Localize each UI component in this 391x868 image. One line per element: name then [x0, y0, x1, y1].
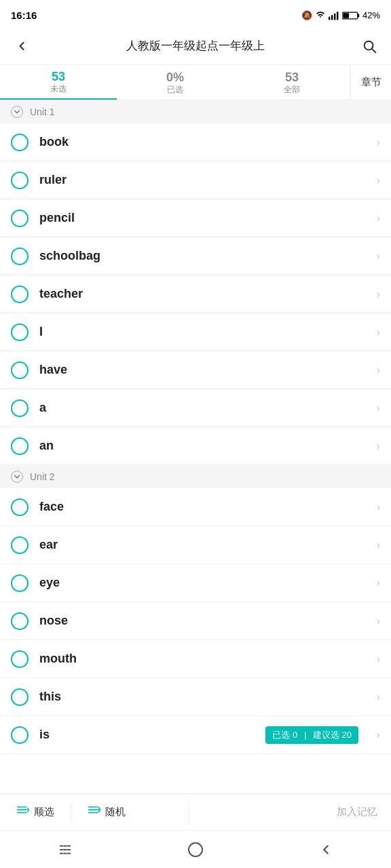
chevron-right-icon: ›	[377, 615, 380, 627]
checkbox-nose[interactable]	[11, 612, 29, 630]
word-schoolbag: schoolbag	[39, 249, 377, 263]
list-item[interactable]: have ›	[0, 351, 391, 389]
unit2-section-header: Unit 2	[0, 465, 391, 488]
back-button[interactable]	[11, 35, 33, 57]
list-item[interactable]: mouth ›	[0, 640, 391, 678]
list-item[interactable]: ruler ›	[0, 161, 391, 199]
checkbox-i[interactable]	[11, 323, 29, 341]
word-face: face	[39, 500, 377, 514]
checkbox-pencil[interactable]	[11, 210, 29, 227]
list-item[interactable]: I ›	[0, 313, 391, 351]
wifi-icon	[315, 9, 326, 20]
list-item[interactable]: nose ›	[0, 602, 391, 640]
sequential-button[interactable]: 顺选	[0, 794, 71, 831]
selection-badge: 已选 0 | 建议选 20	[265, 726, 358, 744]
status-icons: 🔕 42%	[301, 9, 380, 20]
checkbox-teacher[interactable]	[11, 285, 29, 303]
random-button[interactable]: 随机	[71, 794, 142, 831]
svg-line-8	[372, 49, 375, 52]
unit2-label: Unit 2	[30, 471, 55, 482]
battery-percent: 42%	[362, 10, 380, 20]
signal-icon	[329, 9, 339, 20]
chevron-right-icon: ›	[377, 691, 380, 703]
sequential-label: 顺选	[34, 806, 54, 818]
chevron-right-icon: ›	[377, 174, 380, 186]
tab-all[interactable]: 53 全部	[234, 65, 350, 100]
checkbox-a[interactable]	[11, 399, 29, 417]
list-item[interactable]: ear ›	[0, 526, 391, 564]
checkbox-mouth[interactable]	[11, 650, 29, 668]
tabs: 53 未选 0% 已选 53 全部 章节	[0, 65, 391, 100]
selected-count: 已选 0	[272, 730, 297, 740]
unit1-collapse-icon[interactable]	[11, 106, 23, 118]
word-ruler: ruler	[39, 173, 377, 187]
tab-all-count: 53	[285, 71, 299, 85]
toolbar-left: 顺选 随机	[0, 794, 189, 831]
chevron-right-icon: ›	[377, 288, 380, 300]
svg-rect-3	[337, 12, 338, 20]
tab-unselected[interactable]: 53 未选	[0, 65, 117, 100]
unit1-label: Unit 1	[30, 106, 55, 117]
checkbox-eye[interactable]	[11, 574, 29, 592]
checkbox-schoolbag[interactable]	[11, 248, 29, 265]
svg-point-24	[189, 843, 202, 856]
page-title: 人教版一年级起点一年级上	[33, 38, 358, 54]
word-nose: nose	[39, 614, 377, 628]
status-bar: 16:16 🔕 42%	[0, 0, 391, 27]
nav-home-button[interactable]	[175, 831, 216, 869]
unit2-collapse-icon[interactable]	[11, 471, 23, 483]
battery-icon	[342, 9, 360, 20]
chevron-right-icon: ›	[377, 653, 380, 665]
chevron-right-icon: ›	[377, 729, 380, 741]
tab-selected-count: 0%	[166, 71, 184, 85]
checkbox-is[interactable]	[11, 726, 29, 744]
add-memory-button[interactable]: 加入记忆	[337, 806, 377, 818]
tab-chapter-label: 章节	[361, 76, 381, 89]
word-pencil: pencil	[39, 211, 377, 225]
checkbox-an[interactable]	[11, 437, 29, 455]
chevron-right-icon: ›	[377, 250, 380, 262]
chevron-right-icon: ›	[377, 501, 380, 513]
tab-chapter[interactable]: 章节	[350, 65, 391, 100]
list-item[interactable]: schoolbag ›	[0, 237, 391, 275]
word-ear: ear	[39, 538, 377, 552]
svg-rect-2	[334, 14, 335, 20]
toolbar-right: 加入记忆	[189, 806, 392, 818]
list-item[interactable]: a ›	[0, 389, 391, 427]
list-item[interactable]: teacher ›	[0, 275, 391, 313]
tab-selected[interactable]: 0% 已选	[117, 65, 234, 100]
unit1-section-header: Unit 1	[0, 100, 391, 123]
word-an: an	[39, 439, 377, 453]
word-a: a	[39, 401, 377, 415]
list-item[interactable]: eye ›	[0, 564, 391, 602]
list-item[interactable]: pencil ›	[0, 199, 391, 237]
word-this: this	[39, 690, 377, 704]
list-item[interactable]: an ›	[0, 427, 391, 465]
notification-icon: 🔕	[301, 10, 312, 20]
list-item[interactable]: face ›	[0, 488, 391, 526]
chevron-right-icon: ›	[377, 402, 380, 414]
word-have: have	[39, 363, 377, 377]
word-list: Unit 1 book › ruler › pencil › schoolbag…	[0, 100, 391, 754]
random-label: 随机	[105, 806, 126, 818]
nav-menu-button[interactable]	[45, 831, 86, 869]
list-item[interactable]: this ›	[0, 678, 391, 716]
suggestion-text: 建议选 20	[313, 730, 352, 740]
checkbox-have[interactable]	[11, 361, 29, 379]
checkbox-ruler[interactable]	[11, 172, 29, 189]
tab-unselected-label: 未选	[50, 84, 67, 94]
chevron-right-icon: ›	[377, 326, 380, 338]
nav-bar	[0, 830, 391, 868]
checkbox-book[interactable]	[11, 134, 29, 151]
checkbox-ear[interactable]	[11, 536, 29, 554]
checkbox-this[interactable]	[11, 688, 29, 706]
sequential-icon	[16, 804, 30, 820]
nav-back-button[interactable]	[305, 831, 346, 869]
search-button[interactable]	[358, 35, 380, 57]
list-item[interactable]: is 已选 0 | 建议选 20 ›	[0, 716, 391, 754]
svg-rect-5	[358, 14, 359, 17]
tab-all-label: 全部	[284, 85, 300, 94]
checkbox-face[interactable]	[11, 498, 29, 516]
word-i: I	[39, 325, 377, 339]
list-item[interactable]: book ›	[0, 123, 391, 161]
